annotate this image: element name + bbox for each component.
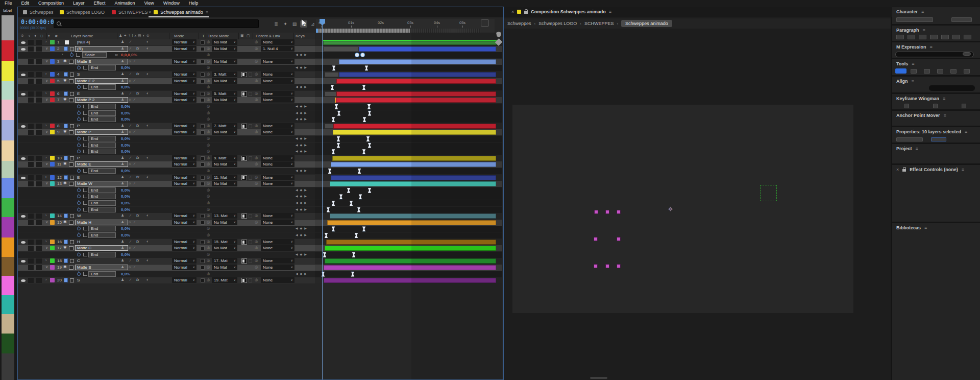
lock-box[interactable] bbox=[36, 91, 42, 97]
switch-icon[interactable]: fx bbox=[136, 72, 139, 76]
graph-icon[interactable] bbox=[83, 85, 87, 89]
layer-duration-bar[interactable] bbox=[339, 72, 496, 77]
lock-icon[interactable] bbox=[524, 11, 528, 14]
keyframe-icon[interactable] bbox=[332, 65, 336, 70]
comp-tab-title[interactable]: Composition Schweppes animado bbox=[531, 9, 606, 14]
label-swatch-gray[interactable] bbox=[2, 15, 14, 40]
graph-icon[interactable] bbox=[83, 195, 87, 198]
expression-pick-whip-icon[interactable]: ◎ bbox=[207, 143, 210, 147]
keyframe-navigator[interactable]: ◀◆▶ bbox=[296, 226, 309, 230]
align-button[interactable] bbox=[941, 35, 949, 39]
parent-link-dropdown[interactable]: None∨ bbox=[261, 277, 295, 283]
keyframe-navigator[interactable]: ◀◆▶ bbox=[296, 252, 309, 256]
property-value[interactable]: 0,0% bbox=[121, 143, 130, 148]
switch-icon[interactable]: ◐ bbox=[146, 124, 149, 127]
track-matte-dropdown[interactable]: No Mat∨ bbox=[212, 265, 237, 270]
preserve-transparency-box[interactable] bbox=[201, 73, 205, 77]
switch-icon[interactable]: ∕ bbox=[130, 156, 131, 159]
align-control-placeholder[interactable] bbox=[929, 85, 975, 91]
track-matte-dropdown[interactable]: 19. Mat∨ bbox=[212, 277, 237, 283]
lock-box[interactable] bbox=[36, 156, 42, 161]
keyframe-icon[interactable] bbox=[368, 143, 372, 148]
mode-dropdown[interactable]: Normal∨ bbox=[172, 97, 197, 103]
active-tool-button[interactable] bbox=[895, 68, 906, 74]
menu-edit[interactable]: Edit bbox=[17, 0, 34, 7]
visibility-eye-icon[interactable] bbox=[21, 48, 26, 51]
keyframe-icon[interactable] bbox=[336, 136, 340, 141]
keyframe-icon[interactable] bbox=[362, 149, 366, 154]
mode-dropdown[interactable]: Normal∨ bbox=[172, 123, 197, 129]
layer-name[interactable]: H bbox=[77, 240, 80, 244]
visibility-eye-icon[interactable] bbox=[21, 177, 26, 179]
expander-arrow[interactable]: ∨ bbox=[45, 162, 48, 166]
layer-label-swatch[interactable] bbox=[50, 46, 55, 51]
expression-pick-whip-icon[interactable]: ◎ bbox=[207, 226, 210, 230]
graph-icon[interactable] bbox=[83, 188, 87, 192]
parent-pick-whip-icon[interactable]: ◎ bbox=[255, 246, 258, 250]
layer-duration-bar[interactable] bbox=[339, 59, 496, 64]
visibility-eye-icon[interactable] bbox=[21, 157, 26, 160]
breadcrumb-item[interactable]: Schweppes animado bbox=[621, 20, 672, 27]
mode-dropdown[interactable]: Normal∨ bbox=[172, 46, 197, 52]
comp-marker-bin[interactable] bbox=[481, 19, 489, 27]
lock-box[interactable] bbox=[36, 40, 42, 45]
layer-label-swatch[interactable] bbox=[50, 246, 55, 250]
selection-handle[interactable] bbox=[606, 265, 609, 268]
switch-icon[interactable]: fx bbox=[136, 91, 139, 95]
label-swatch-pink[interactable] bbox=[2, 100, 14, 120]
switch-icon[interactable]: ◐ bbox=[146, 46, 149, 50]
parent-pick-whip-icon[interactable]: ◎ bbox=[255, 278, 258, 282]
property-value[interactable]: 0,0% bbox=[121, 188, 130, 193]
timeline-layer-row[interactable]: ∨17✱Matte C♟☼∕Normal∨◎No Mat∨◎None∨ bbox=[18, 245, 502, 251]
anchor-point-icon[interactable]: ✧ bbox=[668, 205, 673, 213]
timeline-layer-row[interactable]: ›18C♟∕fx◐Normal∨◎17. Mat∨◎None∨ bbox=[18, 258, 502, 264]
keyframe-icon[interactable] bbox=[328, 169, 332, 174]
mode-dropdown[interactable]: Normal∨ bbox=[172, 265, 197, 270]
property-value[interactable]: 0,0% bbox=[121, 111, 130, 115]
keyframe-icon[interactable] bbox=[357, 169, 361, 174]
property-name-field[interactable]: End bbox=[88, 207, 116, 212]
solo-box[interactable] bbox=[28, 175, 34, 180]
parent-pick-whip-icon[interactable]: ◎ bbox=[255, 98, 258, 102]
preserve-transparency-box[interactable] bbox=[201, 246, 205, 250]
keyframe-icon[interactable] bbox=[358, 194, 362, 199]
switch-icon[interactable]: fx bbox=[136, 124, 139, 127]
layer-duration-bar[interactable] bbox=[331, 162, 496, 167]
layer-name-field[interactable]: Matte C bbox=[75, 245, 128, 251]
comp-viewer[interactable]: ✧ bbox=[504, 29, 891, 380]
expression-pick-whip-icon[interactable]: ◎ bbox=[207, 272, 210, 276]
graph-icon[interactable] bbox=[83, 66, 87, 69]
stopwatch-icon[interactable] bbox=[77, 137, 81, 140]
switch-icon[interactable]: ◐ bbox=[146, 213, 149, 217]
lock-box[interactable] bbox=[36, 59, 42, 64]
menu-window[interactable]: Window bbox=[159, 0, 184, 7]
preserve-transparency-box[interactable] bbox=[201, 182, 205, 186]
expander-arrow[interactable]: ∨ bbox=[45, 220, 48, 224]
switch-icon[interactable]: ☼ bbox=[128, 79, 131, 82]
breadcrumb-item[interactable]: Schweppes LOGO bbox=[535, 21, 580, 26]
switch-icon[interactable]: ♟ bbox=[121, 79, 124, 83]
layer-label-swatch[interactable] bbox=[50, 91, 55, 96]
panel-header[interactable]: M Expression≡ bbox=[896, 44, 933, 50]
keyframe-navigator[interactable]: ◀◆▶ bbox=[296, 188, 309, 192]
timeline-property-row[interactable]: End0,0%◎◀◆▶ bbox=[18, 200, 502, 206]
tool-button[interactable] bbox=[964, 69, 970, 74]
expander-arrow[interactable]: ∨ bbox=[45, 246, 48, 250]
layer-label-swatch[interactable] bbox=[50, 213, 55, 218]
parent-pick-whip-icon[interactable]: ◎ bbox=[255, 124, 258, 128]
lock-box[interactable] bbox=[36, 213, 42, 219]
switch-icon[interactable]: ∕ bbox=[130, 40, 131, 43]
graph-icon[interactable] bbox=[83, 208, 87, 211]
close-icon[interactable]: × bbox=[511, 9, 514, 14]
parent-link-dropdown[interactable]: None∨ bbox=[261, 129, 295, 135]
preserve-transparency-box[interactable] bbox=[201, 214, 205, 218]
parent-pick-whip-icon[interactable]: ◎ bbox=[255, 130, 258, 134]
property-name-field[interactable]: End bbox=[88, 84, 116, 90]
breadcrumb-item[interactable]: SCHWEPPES bbox=[581, 21, 617, 26]
timeline-layer-row[interactable]: ›12E♟∕fx◐Normal∨◎11. Mat∨◎None∨ bbox=[18, 175, 502, 181]
property-value[interactable]: 0,0% bbox=[121, 233, 130, 238]
keyframe-navigator[interactable]: ◀◆▶ bbox=[296, 169, 309, 172]
pick-whip-icon[interactable]: ◎ bbox=[207, 258, 210, 263]
layer-name-field[interactable]: Matte S bbox=[75, 59, 128, 64]
layer-name[interactable]: S bbox=[77, 72, 80, 77]
